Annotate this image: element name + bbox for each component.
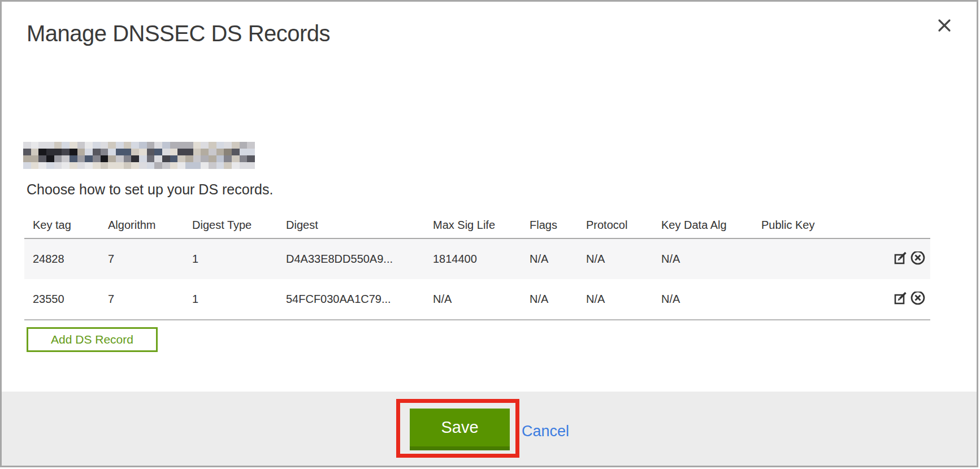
- cancel-link[interactable]: Cancel: [522, 423, 569, 440]
- edit-icon: [893, 251, 908, 267]
- row-actions: [875, 251, 930, 267]
- cell-flags: N/A: [521, 293, 578, 306]
- cell-algorithm: 7: [99, 253, 184, 266]
- cell-key-data-alg: N/A: [653, 253, 753, 266]
- cell-flags: N/A: [521, 253, 578, 266]
- cell-digest-type: 1: [184, 253, 277, 266]
- delete-circle-icon: [910, 251, 926, 267]
- col-header-public-key: Public Key: [753, 219, 875, 232]
- ds-records-table: Key tag Algorithm Digest Type Digest Max…: [24, 212, 930, 320]
- redacted-domain-name: [23, 142, 255, 169]
- table-body: 24828 7 1 D4A33E8DD550A9... 1814400 N/A …: [24, 238, 930, 320]
- save-button[interactable]: Save: [410, 409, 510, 450]
- edit-icon: [893, 292, 908, 307]
- cell-key-tag: 23550: [24, 293, 99, 306]
- table-row: 23550 7 1 54FCF030AA1C79... N/A N/A N/A …: [24, 279, 930, 319]
- edit-record-button[interactable]: [892, 251, 908, 267]
- cell-protocol: N/A: [578, 253, 653, 266]
- table-row: 24828 7 1 D4A33E8DD550A9... 1814400 N/A …: [24, 239, 930, 279]
- cell-max-sig-life: 1814400: [424, 253, 521, 266]
- col-header-protocol: Protocol: [578, 219, 653, 232]
- dialog-title: Manage DNSSEC DS Records: [27, 21, 330, 46]
- col-header-digest-type: Digest Type: [184, 219, 277, 232]
- cell-digest: D4A33E8DD550A9...: [277, 253, 424, 266]
- add-ds-record-button[interactable]: Add DS Record: [27, 327, 158, 352]
- cell-key-tag: 24828: [24, 253, 99, 266]
- cell-digest-type: 1: [184, 293, 277, 306]
- cell-protocol: N/A: [578, 293, 653, 306]
- row-actions: [875, 292, 930, 307]
- cell-algorithm: 7: [99, 293, 184, 306]
- edit-record-button[interactable]: [892, 292, 908, 307]
- col-header-key-data-alg: Key Data Alg: [653, 219, 753, 232]
- close-button[interactable]: [934, 16, 955, 37]
- cell-max-sig-life: N/A: [424, 293, 521, 306]
- col-header-key-tag: Key tag: [24, 219, 99, 232]
- cell-key-data-alg: N/A: [653, 293, 753, 306]
- col-header-digest: Digest: [277, 219, 424, 232]
- delete-record-button[interactable]: [910, 292, 926, 307]
- delete-record-button[interactable]: [910, 251, 926, 267]
- cell-digest: 54FCF030AA1C79...: [277, 293, 424, 306]
- col-header-max-sig-life: Max Sig Life: [424, 219, 521, 232]
- manage-dnssec-dialog: Manage DNSSEC DS Records Choose how to s…: [0, 0, 978, 467]
- col-header-flags: Flags: [521, 219, 578, 232]
- table-header-row: Key tag Algorithm Digest Type Digest Max…: [24, 212, 930, 238]
- delete-circle-icon: [910, 292, 926, 307]
- close-icon: [937, 18, 952, 35]
- instruction-text: Choose how to set up your DS records.: [27, 181, 273, 198]
- col-header-algorithm: Algorithm: [99, 219, 184, 232]
